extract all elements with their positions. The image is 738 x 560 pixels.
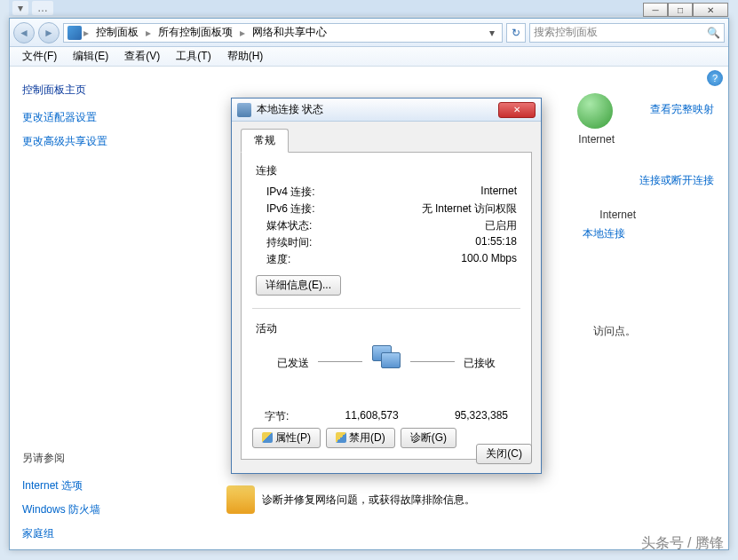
dialog-tabs: 常规 — [241, 129, 532, 153]
connection-section-heading: 连接 — [256, 163, 517, 178]
diagnose-button[interactable]: 诊断(G) — [401, 428, 456, 448]
menu-view[interactable]: 查看(V) — [117, 47, 167, 66]
activity-graphic: 已发送 已接收 — [256, 342, 517, 404]
network-activity-icon — [367, 345, 406, 377]
divider — [252, 308, 520, 309]
shield-icon — [336, 432, 346, 443]
seealso-internet-options[interactable]: Internet 选项 — [22, 478, 175, 493]
media-state-label: 媒体状态: — [256, 218, 312, 233]
dialog-close-button[interactable]: ✕ — [498, 102, 536, 118]
troubleshoot-text: 诊断并修复网络问题，或获得故障排除信息。 — [262, 493, 475, 508]
connection-status-dialog: 本地连接 状态 ✕ 常规 连接 IPv4 连接:Internet IPv6 连接… — [231, 98, 542, 474]
dialog-panel: 连接 IPv4 连接:Internet IPv6 连接:无 Internet 访… — [241, 153, 532, 460]
activity-section-heading: 活动 — [256, 321, 517, 336]
window-controls: ─ □ ✕ — [643, 3, 728, 17]
duration-value: 01:55:18 — [475, 235, 517, 250]
connection-icon — [237, 103, 251, 117]
close-window-button[interactable]: ✕ — [693, 3, 728, 17]
shield-icon — [262, 432, 273, 443]
disable-button[interactable]: 禁用(D) — [326, 428, 395, 448]
connect-disconnect-link[interactable]: 连接或断开连接 — [639, 173, 714, 188]
menu-tools[interactable]: 工具(T) — [169, 47, 218, 66]
search-input[interactable]: 搜索控制面板 🔍 — [529, 23, 725, 43]
seealso-heading: 另请参阅 — [22, 451, 175, 466]
speed-value: 100.0 Mbps — [461, 252, 517, 267]
help-icon[interactable]: ? — [707, 70, 723, 86]
media-state-value: 已启用 — [485, 218, 517, 233]
sidebar-link-sharing[interactable]: 更改高级共享设置 — [22, 134, 175, 149]
forward-button[interactable]: ► — [38, 22, 60, 43]
minimize-button[interactable]: ─ — [643, 3, 668, 17]
back-button[interactable]: ◄ — [13, 22, 35, 43]
dialog-titlebar[interactable]: 本地连接 状态 ✕ — [232, 99, 541, 122]
local-connection-link[interactable]: 本地连接 — [583, 226, 625, 241]
menu-edit[interactable]: 编辑(E) — [66, 47, 115, 66]
duration-label: 持续时间: — [256, 235, 312, 250]
internet-label: Internet — [578, 133, 615, 146]
address-dropdown-icon[interactable]: ▾ — [486, 27, 498, 39]
chevron-right-icon: ▸ — [146, 27, 151, 39]
access-point-text: 访问点。 — [593, 324, 636, 339]
troubleshoot-icon — [226, 485, 255, 514]
dialog-close-ok-button[interactable]: 关闭(C) — [476, 444, 532, 464]
navigation-bar: ◄ ► ▸ 控制面板 ▸ 所有控制面板项 ▸ 网络和共享中心 ▾ ↻ 搜索控制面… — [10, 19, 728, 47]
maximize-button[interactable]: □ — [668, 3, 693, 17]
internet-globe-icon — [577, 93, 613, 129]
ipv6-label: IPv6 连接: — [256, 201, 315, 217]
sidebar: 控制面板主页 更改适配器设置 更改高级共享设置 另请参阅 Internet 选项… — [10, 67, 187, 549]
access-type: Internet — [599, 209, 636, 221]
sidebar-link-adapter[interactable]: 更改适配器设置 — [22, 110, 175, 125]
ipv6-value: 无 Internet 访问权限 — [422, 201, 517, 217]
troubleshoot-row: 诊断并修复网络问题，或获得故障排除信息。 — [226, 485, 475, 514]
ipv4-label: IPv4 连接: — [256, 185, 315, 200]
bytes-label: 字节: — [265, 409, 289, 424]
speed-label: 速度: — [256, 252, 290, 267]
sidebar-heading: 控制面板主页 — [22, 83, 175, 98]
breadcrumb[interactable]: 控制面板 — [91, 25, 144, 40]
bytes-sent-value: 11,608,573 — [345, 409, 399, 424]
sent-label: 已发送 — [277, 356, 309, 371]
ipv4-value: Internet — [480, 185, 517, 200]
address-bar[interactable]: ▸ 控制面板 ▸ 所有控制面板项 ▸ 网络和共享中心 ▾ — [63, 23, 503, 43]
view-full-map-link[interactable]: 查看完整映射 — [650, 102, 714, 117]
chevron-right-icon: ▸ — [83, 27, 89, 39]
breadcrumb[interactable]: 网络和共享中心 — [247, 25, 332, 40]
seealso-homegroup[interactable]: 家庭组 — [22, 526, 175, 541]
bytes-recv-value: 95,323,385 — [455, 409, 508, 424]
watermark: 头条号 / 腾锋 — [641, 534, 724, 553]
menu-file[interactable]: 文件(F) — [15, 47, 64, 66]
chevron-right-icon: ▸ — [240, 27, 245, 39]
search-placeholder: 搜索控制面板 — [534, 25, 707, 40]
properties-button[interactable]: 属性(P) — [252, 428, 321, 448]
menu-bar: 文件(F) 编辑(E) 查看(V) 工具(T) 帮助(H) — [10, 47, 728, 67]
browser-tabs-bg: ▾… — [9, 0, 729, 16]
search-icon: 🔍 — [707, 27, 720, 39]
tab-general[interactable]: 常规 — [241, 129, 289, 153]
recv-label: 已接收 — [464, 356, 496, 371]
breadcrumb[interactable]: 所有控制面板项 — [153, 25, 238, 40]
control-panel-icon — [67, 26, 82, 40]
refresh-button[interactable]: ↻ — [506, 23, 526, 43]
details-button[interactable]: 详细信息(E)... — [256, 275, 341, 296]
menu-help[interactable]: 帮助(H) — [220, 47, 271, 66]
dialog-title: 本地连接 状态 — [257, 102, 323, 117]
seealso-firewall[interactable]: Windows 防火墙 — [22, 502, 175, 517]
